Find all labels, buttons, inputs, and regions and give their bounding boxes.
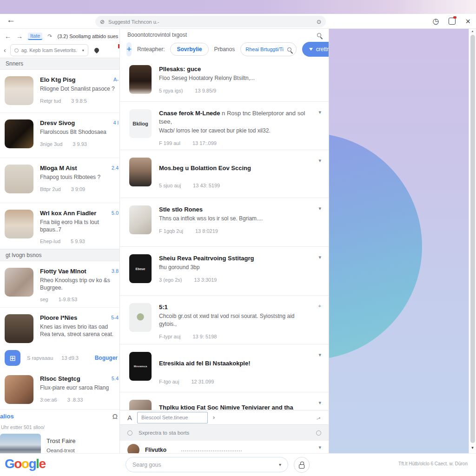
bottom-search-bar[interactable]: ▾ (126, 457, 288, 472)
expand-caret-icon[interactable]: + (318, 303, 321, 309)
list-item[interactable]: Ploore I*Nies Knes ias inves brio itas o… (0, 308, 119, 347)
address-bar[interactable]: ⊘ Suggestd Tichncon u.- ⊙ (95, 16, 326, 27)
meta-value: 3 9.93 (73, 141, 87, 147)
window-controls: ◷ × (433, 17, 470, 26)
promo-card[interactable]: Trost Faire Oeand-trxot (0, 432, 119, 453)
filter-chip[interactable]: Sovrbylie (170, 43, 208, 56)
rating-badge: 5.4 (112, 376, 119, 381)
rating-badge: A- (113, 77, 119, 82)
feed-item[interactable]: Bkliog Cnase ferok M-Lnede n Rosp tnc Bt… (120, 102, 329, 150)
send-icon[interactable]: → (313, 413, 322, 422)
radio-icon[interactable] (316, 430, 321, 436)
list-item[interactable]: Fiotty Vae Mlnot Rheo Knoolsgs trip ov k… (0, 261, 119, 308)
feed-item[interactable]: Pllesaks: guce Floo Seseg Hootatory Relo… (120, 58, 329, 102)
expand-caret-icon[interactable]: ▾ (318, 254, 321, 260)
close-window-icon[interactable]: × (465, 17, 470, 26)
search-icon (287, 47, 291, 52)
redo-icon[interactable]: ↷ (47, 33, 52, 40)
sidebar-active-tab[interactable]: Itate (28, 33, 42, 40)
toolbar-search-input[interactable]: Rheai Brtuggti/Ti (240, 42, 297, 56)
radio-icon[interactable] (127, 430, 132, 436)
apps-grid-button[interactable]: ⊞ (5, 350, 20, 366)
person-body: Elo Ktg Pisg Rliogne Dot Snanlist pasoce… (40, 76, 115, 112)
avatar (5, 314, 33, 343)
logo-letter: o (21, 456, 29, 471)
rating-badge: 2.4 (112, 165, 119, 171)
alios-link[interactable]: alios (0, 413, 14, 420)
filter-icon (309, 48, 313, 51)
bottom-search-input[interactable] (132, 462, 275, 468)
text-style-button[interactable]: A (127, 414, 132, 422)
expand-caret-icon[interactable]: ▾ (318, 205, 321, 212)
title-text: Mos.beg u Bolattion Eov Sccing (159, 165, 251, 172)
nav-back-icon[interactable]: ← (5, 33, 11, 40)
reader-mode-icon[interactable]: ⊙ (317, 19, 321, 25)
list-item[interactable]: Dresv Sivog Flarolscous Blt Shodosaea 3n… (0, 113, 119, 158)
privacy-button[interactable] (294, 457, 310, 473)
scroll-up-icon[interactable]: ▴ (469, 29, 476, 33)
feed-item[interactable]: Stle stlo Rones Thns oa intfiok wss los … (120, 198, 329, 247)
person-body: Mloga M Aist Fhapog touis Rlbotees ? Btt… (40, 165, 115, 203)
vertical-scrollbar[interactable]: ▴ ▾ (469, 29, 476, 453)
sidebar-search-select[interactable]: ag. Kepb Icam Sevetorits. ▾ (10, 44, 88, 56)
expand-caret-icon[interactable]: ▾ (318, 444, 321, 450)
person-meta: 3:oe:a6 3 .8.33 (40, 397, 115, 403)
search-icon[interactable] (317, 33, 321, 37)
action-link[interactable]: Boguger (95, 355, 118, 361)
expand-caret-icon[interactable]: ▾ (318, 158, 321, 164)
person-meta: 3nige 3ud 3 9.93 (40, 141, 115, 147)
thumbnail (129, 400, 152, 410)
meta-label: 3nige 3ud (40, 141, 62, 147)
meta-value: 1-9.8:53 (59, 297, 77, 302)
search-scope-icon (14, 48, 19, 53)
meta-value: 3 .8.33 (67, 397, 83, 403)
feed-item[interactable]: Mos.beg u Bolattion Eov Sccing 5 sjuo au… (120, 150, 329, 198)
feed-item-body: Cnase ferok M-Lnede n Rosp tnc Btelerpto… (159, 109, 319, 150)
feed-item-desc: Chcoib gr.ost ot xwd tral vod rsoi soura… (159, 312, 308, 328)
list-item[interactable]: Mloga M Aist Fhapog touis Rlbotees ? Btt… (0, 158, 119, 203)
extensions-icon[interactable] (449, 18, 456, 25)
collapse-sidebar-icon[interactable]: ‹ (4, 46, 6, 54)
expand-caret-icon[interactable]: ▾ (318, 352, 321, 358)
add-button[interactable]: + (126, 42, 132, 56)
bell-icon[interactable]: Ω (112, 412, 118, 420)
option-row[interactable]: Sxprectra to sta borts (120, 425, 329, 441)
scrollbar-thumb[interactable] (470, 35, 475, 443)
expand-caret-icon[interactable]: ▾ (318, 400, 321, 406)
nav-forward-icon[interactable]: → (16, 33, 23, 40)
person-body: Ploore I*Nies Knes ias inves brio itas o… (40, 314, 115, 347)
meta-label: F 199 aul (159, 140, 180, 146)
title-text: Pllesaks: guce (159, 66, 201, 73)
feed-item[interactable]: Flivutko ▾ (120, 441, 329, 453)
scroll-down-icon[interactable]: ▾ (469, 445, 476, 450)
history-icon[interactable]: ◷ (433, 17, 439, 26)
meta-value: 13 17:.099 (192, 140, 217, 146)
primary-action-button[interactable]: crettrio (302, 42, 329, 57)
feed-item[interactable]: Ebeue Sheiu Reva Peaitrvoing Sstitagrg f… (120, 247, 329, 296)
alert-marker (118, 44, 119, 48)
feed-item[interactable]: Thplku ktiog Fat Soc Nimive Teniviarer a… (120, 392, 329, 410)
section-label: Snners (6, 60, 23, 67)
expand-caret-icon[interactable]: ▾ (318, 109, 321, 115)
chevron-right-icon[interactable]: › (213, 414, 215, 421)
composer-input[interactable] (137, 412, 208, 423)
placeholder-text-line (181, 449, 242, 451)
feed-item[interactable]: 5:1 Chcoib gr.ost ot xwd tral vod rsoi s… (120, 296, 329, 344)
site-info-icon[interactable]: ⊘ (100, 19, 105, 25)
list-item[interactable]: Rlsoc Stegtcg Flux-piare eucr saroa Rlan… (0, 369, 119, 410)
thumbnail (129, 158, 152, 186)
list-item[interactable]: Wrl kox Ann Fiadler Fna biig eoro Hla ts… (0, 203, 119, 249)
person-desc: Fna biig eoro Hla ts lout bpaus..7 (40, 219, 115, 233)
feed-item[interactable]: Movwmca Etresikia aid fel Bi Nstaakokple… (120, 344, 329, 392)
chevron-down-icon[interactable]: ▾ (82, 48, 84, 53)
pin-icon[interactable] (93, 47, 100, 53)
feed-item-title: Thplku ktiog Fat Soc Nimive Teniviarer a… (159, 403, 308, 410)
feed-item-body: Thplku ktiog Fat Soc Nimive Teniviarer a… (159, 400, 319, 410)
person-meta: Ehep-lud 5 9.93 (40, 238, 115, 244)
feed-item-meta: F 1gqb 2uj 13 8:0219 (159, 228, 308, 234)
sidebar-nav-row: ← → Itate ↷ (3.2) Soollamg atbido sues (0, 31, 119, 42)
list-item[interactable]: Elo Ktg Pisg Rliogne Dot Snanlist pasoce… (0, 70, 119, 113)
chevron-down-icon[interactable]: ▾ (279, 462, 281, 467)
feed-item-meta: 3 (ego 2s) 13 3:3019 (159, 277, 308, 283)
browser-back-icon[interactable]: ← (7, 15, 15, 25)
